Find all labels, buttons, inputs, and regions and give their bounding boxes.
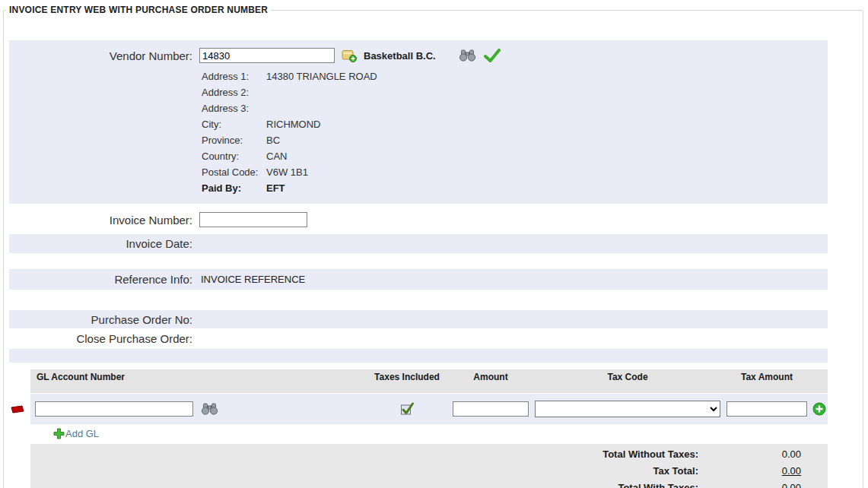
province-row: Province:BC <box>202 132 828 148</box>
tax-total-row: Tax Total: 0.00 <box>30 462 828 479</box>
vendor-finder-binoculars-icon[interactable] <box>459 49 476 62</box>
province-value: BC <box>266 135 280 146</box>
postal-code-value: V6W 1B1 <box>266 166 308 178</box>
spacer-band <box>9 349 828 363</box>
postal-code-row: Postal Code:V6W 1B1 <box>202 164 828 180</box>
vendor-panel: Vendor Number: Basketball B.C. <box>9 40 828 204</box>
country-label: Country: <box>202 148 266 164</box>
close-purchase-order-row: Close Purchase Order: <box>9 328 828 348</box>
purchase-order-row: Purchase Order No: <box>9 310 828 328</box>
invoice-number-row: Invoice Number: <box>9 207 828 233</box>
reference-info-row: Reference Info: INVOICE REFERENCE <box>9 269 828 290</box>
invoice-date-row: Invoice Date: <box>9 234 828 253</box>
add-gl-plus-icon[interactable] <box>53 428 65 439</box>
total-with-taxes-label: Total With Taxes: <box>30 482 733 488</box>
address1-value: 14380 TRIANGLE ROAD <box>266 71 377 82</box>
gl-header-taxes-included: Taxes Included <box>365 372 449 382</box>
gl-row <box>30 394 828 424</box>
paid-by-value: EFT <box>266 182 285 194</box>
total-without-taxes-label: Total Without Taxes: <box>30 448 733 460</box>
total-without-taxes-row: Total Without Taxes: 0.00 <box>30 445 828 462</box>
page-title: INVOICE ENTRY WEB WITH PURCHASE ORDER NU… <box>6 5 271 15</box>
totals-panel: Total Without Taxes: 0.00 Tax Total: 0.0… <box>30 444 828 488</box>
gl-header-tax-code: Tax Code <box>533 372 723 382</box>
province-label: Province: <box>202 132 266 148</box>
country-value: CAN <box>266 151 287 162</box>
city-row: City:RICHMOND <box>202 116 828 132</box>
address1-row: Address 1:14380 TRIANGLE ROAD <box>202 68 828 84</box>
taxes-included-checkbox[interactable] <box>399 401 415 417</box>
address3-row: Address 3: <box>202 100 828 116</box>
reference-info-value: INVOICE REFERENCE <box>201 274 305 285</box>
tax-amount-input[interactable] <box>727 401 807 417</box>
gl-header-tax-amount: Tax Amount <box>723 372 811 382</box>
invoice-number-label: Invoice Number: <box>9 214 199 227</box>
tax-code-select[interactable] <box>535 401 720 417</box>
total-with-taxes-value: 0.00 <box>733 482 828 488</box>
gl-header-amount: Amount <box>449 372 533 382</box>
gl-header-account: GL Account Number <box>30 372 365 382</box>
invoice-date-label: Invoice Date: <box>9 237 199 250</box>
vendor-number-input[interactable] <box>199 48 335 63</box>
paid-by-label: Paid By: <box>202 180 266 196</box>
address3-label: Address 3: <box>202 100 266 116</box>
postal-code-label: Postal Code: <box>202 164 266 180</box>
vendor-number-row: Vendor Number: Basketball B.C. <box>9 46 828 65</box>
add-gl-link[interactable]: Add GL <box>65 428 99 439</box>
vendor-valid-check-icon <box>484 49 501 62</box>
invoice-number-input[interactable] <box>199 212 307 227</box>
city-label: City: <box>202 116 266 132</box>
paid-by-row: Paid By:EFT <box>202 180 828 196</box>
gl-account-input[interactable] <box>35 401 193 417</box>
add-row-plus-icon[interactable] <box>812 402 826 416</box>
gl-table-header: GL Account Number Taxes Included Amount … <box>30 369 828 393</box>
tax-total-value-link[interactable]: 0.00 <box>733 465 828 477</box>
address2-label: Address 2: <box>202 84 266 100</box>
address1-label: Address 1: <box>202 68 266 84</box>
new-vendor-icon[interactable] <box>342 49 357 62</box>
form-content: Vendor Number: Basketball B.C. <box>9 40 828 488</box>
invoice-entry-fieldset: INVOICE ENTRY WEB WITH PURCHASE ORDER NU… <box>3 5 863 488</box>
city-value: RICHMOND <box>266 119 321 130</box>
total-without-taxes-value: 0.00 <box>733 448 828 460</box>
delete-row-icon[interactable] <box>10 405 25 414</box>
country-row: Country:CAN <box>202 148 828 164</box>
gl-table: GL Account Number Taxes Included Amount … <box>30 369 828 439</box>
tax-total-label: Tax Total: <box>30 465 733 477</box>
reference-info-label: Reference Info: <box>9 273 199 286</box>
vendor-number-label: Vendor Number: <box>9 49 199 62</box>
amount-input[interactable] <box>453 401 529 417</box>
vendor-name: Basketball B.C. <box>364 50 436 62</box>
total-with-taxes-row: Total With Taxes: 0.00 <box>30 479 828 488</box>
address2-row: Address 2: <box>202 84 828 100</box>
purchase-order-label: Purchase Order No: <box>9 313 199 326</box>
gl-account-finder-binoculars-icon[interactable] <box>201 403 218 415</box>
add-gl-row: Add GL <box>53 428 828 439</box>
close-purchase-order-label: Close Purchase Order: <box>9 332 199 345</box>
